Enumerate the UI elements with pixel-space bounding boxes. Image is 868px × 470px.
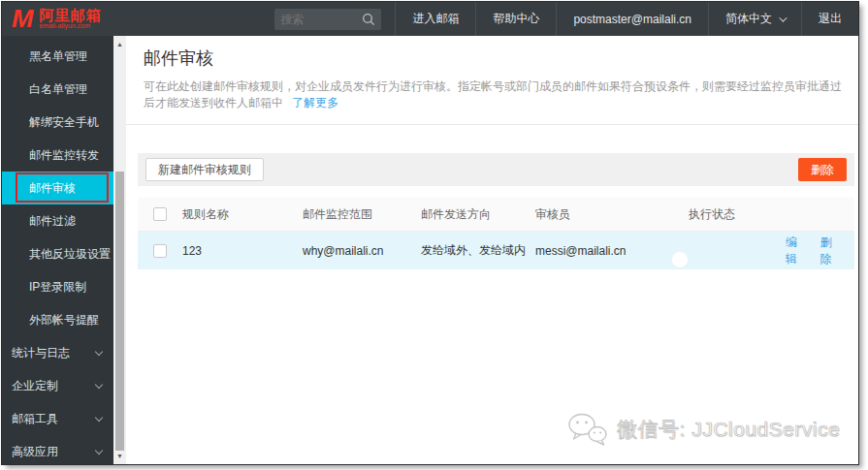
sidebar-item-mail-audit[interactable]: 邮件审核 [2,172,113,204]
language-selector[interactable]: 简体中文 [708,2,801,36]
chevron-down-icon [95,413,103,421]
logout-button[interactable]: 退出 [801,2,858,36]
chevron-down-icon [95,380,103,388]
header-exec-status: 执行状态 [689,206,786,223]
account-menu[interactable]: postmaster@mailali.cn [556,2,708,36]
sidebar-group-mailbox-tools[interactable]: 邮箱工具 [2,402,113,435]
brand-name: 阿里邮箱 [40,8,102,22]
sidebar-group-label: 企业定制 [12,378,58,394]
toggle-knob-icon [672,252,688,267]
select-all-checkbox[interactable] [153,207,167,221]
brand-domain: email-aliyun.com [40,22,102,30]
chevron-down-icon [779,14,787,21]
sidebar-item-mail-filter[interactable]: 邮件过滤 [2,204,113,237]
chevron-down-icon [95,347,103,355]
sidebar: 黑名单管理 白名单管理 解绑安全手机 邮件监控转发 邮件审核 邮件过滤 其他反垃… [2,36,113,464]
header-monitor-scope: 邮件监控范围 [303,206,421,223]
cell-monitor-scope: why@mailali.cn [303,244,421,258]
sidebar-item-whitelist[interactable]: 白名单管理 [2,73,113,106]
search-input[interactable] [280,13,362,26]
sidebar-item-antispam-settings[interactable]: 其他反垃圾设置 [2,237,113,270]
content-header: 邮件审核 可在此处创建邮件审核规则，对企业成员发件行为进行审核。指定帐号或部门成… [126,36,858,125]
table-row: 123 why@mailali.cn 发给域外、发给域内 messi@maila… [138,232,854,269]
aliyun-mail-logo-icon: M [12,7,34,32]
cell-auditor: messi@mailali.cn [535,244,689,258]
table-header-row: 规则名称 邮件监控范围 邮件发送方向 审核员 执行状态 [138,198,854,232]
header-rule-name: 规则名称 [182,206,303,223]
topbar: M 阿里邮箱 email-aliyun.com 进入邮箱 帮助中心 postma… [2,2,858,36]
cell-rule-name: 123 [182,244,303,258]
sidebar-item-external-account[interactable]: 外部帐号提醒 [2,303,113,336]
row-checkbox[interactable] [153,244,167,258]
edit-link[interactable]: 编辑 [786,235,809,267]
scrollbar-thumb[interactable] [115,172,124,451]
enter-mailbox-button[interactable]: 进入邮箱 [395,2,475,36]
search-box[interactable] [274,9,381,30]
header-auditor: 审核员 [535,206,689,223]
help-center-button[interactable]: 帮助中心 [475,2,556,36]
main-content: 邮件审核 可在此处创建邮件审核规则，对企业成员发件行为进行审核。指定帐号或部门成… [126,36,858,464]
sidebar-item-ip-login-limit[interactable]: IP登录限制 [2,270,113,303]
new-audit-rule-button[interactable]: 新建邮件审核规则 [145,158,264,181]
topbar-menu: 进入邮箱 帮助中心 postmaster@mailali.cn 简体中文 退出 [395,2,858,36]
scroll-up-icon[interactable]: ▲ [113,38,126,50]
sidebar-group-enterprise-custom[interactable]: 企业定制 [2,369,113,402]
sidebar-item-mail-monitor-forward[interactable]: 邮件监控转发 [2,139,113,172]
language-label: 简体中文 [725,11,772,27]
chevron-down-icon [95,446,103,454]
sidebar-item-label: 邮件审核 [29,180,76,197]
search-icon[interactable] [362,13,375,26]
learn-more-link[interactable]: 了解更多 [292,96,338,110]
sidebar-group-label: 邮箱工具 [12,411,58,427]
delete-link[interactable]: 删除 [820,235,844,267]
sidebar-group-stats-logs[interactable]: 统计与日志 [2,336,113,369]
delete-button[interactable]: 删除 [798,158,847,181]
page-title: 邮件审核 [144,47,843,70]
brand-logo: M 阿里邮箱 email-aliyun.com [2,2,112,36]
page-description: 可在此处创建邮件审核规则，对企业成员发件行为进行审核。指定帐号或部门成员的邮件如… [144,78,843,111]
cell-send-direction: 发给域外、发给域内 [421,242,535,259]
app-window: M 阿里邮箱 email-aliyun.com 进入邮箱 帮助中心 postma… [1,1,859,465]
scroll-down-icon[interactable]: ▼ [113,450,126,462]
sidebar-group-label: 高级应用 [12,444,58,460]
description-text: 可在此处创建邮件审核规则，对企业成员发件行为进行审核。指定帐号或部门成员的邮件如… [144,79,842,110]
sidebar-item-unbind-phone[interactable]: 解绑安全手机 [2,106,113,139]
sidebar-item-blacklist[interactable]: 黑名单管理 [2,40,113,73]
sidebar-group-label: 统计与日志 [12,345,70,361]
sidebar-scrollbar[interactable]: ▲ ▼ [113,36,126,464]
sidebar-group-advanced-apps[interactable]: 高级应用 [2,435,113,465]
header-send-direction: 邮件发送方向 [421,206,535,223]
audit-rules-table: 规则名称 邮件监控范围 邮件发送方向 审核员 执行状态 123 why@mail… [138,198,854,269]
toolbar: 新建邮件审核规则 删除 [138,153,854,186]
